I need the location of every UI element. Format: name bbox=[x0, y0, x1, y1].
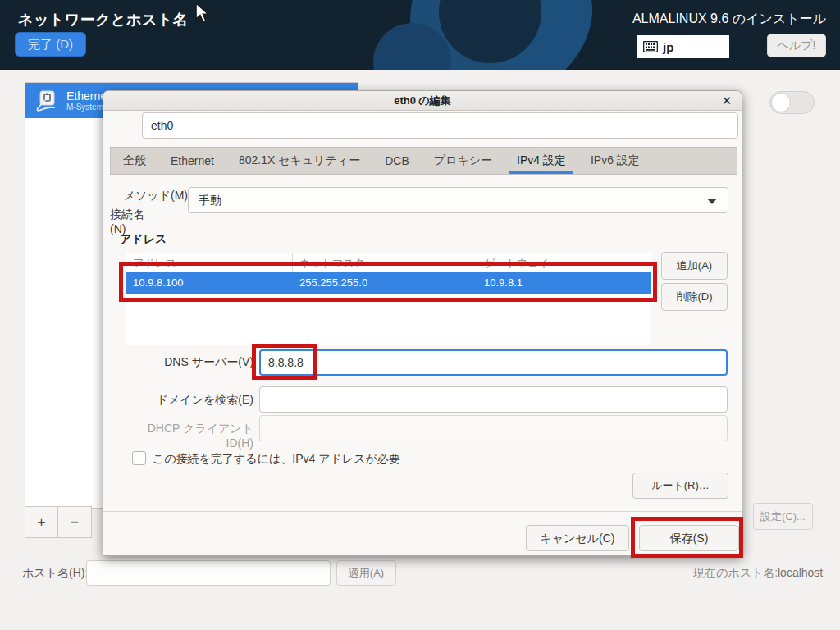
page-title: ネットワークとホスト名 bbox=[18, 10, 188, 30]
require-ipv4-checkbox[interactable] bbox=[132, 451, 146, 465]
cancel-button[interactable]: キャンセル(C) bbox=[526, 525, 629, 551]
device-enable-toggle[interactable] bbox=[769, 91, 815, 114]
require-ipv4-label: この接続を完了するには、IPv4 アドレスが必要 bbox=[153, 452, 400, 467]
tab-general[interactable]: 全般 bbox=[111, 148, 158, 174]
mouse-cursor bbox=[194, 2, 211, 24]
search-domains-input[interactable] bbox=[259, 386, 728, 413]
installer-product-title: ALMALINUX 9.6 のインストール bbox=[632, 11, 826, 28]
tab-8021x-security[interactable]: 802.1X セキュリティー bbox=[226, 148, 372, 174]
configure-button[interactable]: 設定(C)... bbox=[753, 503, 813, 530]
apply-button[interactable]: 適用(A) bbox=[336, 560, 396, 586]
keyboard-layout-selector[interactable]: jp bbox=[637, 35, 729, 58]
dialog-title: eth0 の編集 bbox=[103, 91, 742, 111]
chevron-down-icon bbox=[707, 199, 717, 204]
tab-ethernet[interactable]: Ethernet bbox=[158, 148, 226, 174]
installer-top-bar: ネットワークとホスト名 完了 (D) ALMALINUX 9.6 のインストール… bbox=[0, 0, 840, 70]
address-table-row[interactable]: 10.9.8.100 255.255.255.0 10.9.8.1 bbox=[126, 272, 651, 294]
dns-servers-label: DNS サーバー(V) bbox=[120, 355, 253, 370]
tab-ipv6-settings[interactable]: IPv6 設定 bbox=[578, 148, 652, 174]
dialog-tabbar: 全般 Ethernet 802.1X セキュリティー DCB プロキシー IPv… bbox=[110, 147, 737, 175]
current-hostname-label: 現在のホスト名: bbox=[693, 566, 778, 581]
done-button[interactable]: 完了 (D) bbox=[15, 32, 86, 57]
hostname-input[interactable] bbox=[86, 560, 331, 586]
dhcp-client-id-label: DHCP クライアント ID(H) bbox=[120, 422, 253, 450]
tab-dcb[interactable]: DCB bbox=[372, 148, 422, 174]
column-header-gateway[interactable]: ゲートウェイ bbox=[477, 253, 651, 272]
keyboard-layout-value: jp bbox=[663, 40, 673, 54]
address-table-header: アドレス ネットマスク ゲートウェイ bbox=[126, 253, 651, 272]
toggle-knob bbox=[771, 93, 791, 112]
method-label: メソッド(M) bbox=[110, 189, 188, 203]
help-button[interactable]: ヘルプ! bbox=[767, 34, 826, 57]
cell-address: 10.9.8.100 bbox=[126, 272, 293, 294]
connection-name-label: 接続名(N) bbox=[110, 208, 146, 235]
ethernet-icon bbox=[34, 89, 58, 113]
dialog-titlebar[interactable]: eth0 の編集 ✕ bbox=[103, 91, 742, 111]
cell-netmask: 255.255.255.0 bbox=[293, 272, 477, 294]
add-device-button[interactable]: + bbox=[25, 506, 58, 538]
edit-connection-dialog: eth0 の編集 ✕ 接続名(N) 全般 Ethernet 802.1X セキュ… bbox=[103, 90, 742, 556]
keyboard-icon bbox=[643, 41, 658, 52]
search-domains-label: ドメインを検索(E) bbox=[120, 393, 253, 408]
address-table: アドレス ネットマスク ゲートウェイ 10.9.8.100 255.255.25… bbox=[126, 253, 651, 345]
method-dropdown[interactable]: 手動 bbox=[188, 187, 728, 213]
column-header-netmask[interactable]: ネットマスク bbox=[293, 253, 477, 272]
dns-servers-input[interactable] bbox=[259, 349, 728, 376]
routes-button[interactable]: ルート(R)… bbox=[632, 472, 728, 499]
addresses-heading: アドレス bbox=[120, 232, 167, 247]
cell-gateway: 10.9.8.1 bbox=[477, 272, 651, 294]
hostname-label: ホスト名(H): bbox=[22, 566, 88, 581]
column-header-address[interactable]: アドレス bbox=[126, 253, 293, 272]
dialog-footer-separator bbox=[103, 511, 742, 512]
remove-device-button[interactable]: − bbox=[58, 506, 92, 538]
device-list-actions: + − bbox=[25, 506, 92, 538]
tab-ipv4-settings[interactable]: IPv4 設定 bbox=[504, 148, 578, 174]
add-address-button[interactable]: 追加(A) bbox=[661, 252, 728, 280]
method-value: 手動 bbox=[199, 194, 221, 207]
delete-address-button[interactable]: 削除(D) bbox=[661, 283, 728, 311]
save-button[interactable]: 保存(S) bbox=[639, 525, 739, 551]
connection-name-input[interactable] bbox=[142, 112, 738, 139]
dhcp-client-id-input bbox=[259, 415, 728, 441]
current-hostname-value: localhost bbox=[778, 566, 823, 579]
tab-proxy[interactable]: プロキシー bbox=[422, 148, 504, 174]
close-icon[interactable]: ✕ bbox=[719, 94, 734, 108]
